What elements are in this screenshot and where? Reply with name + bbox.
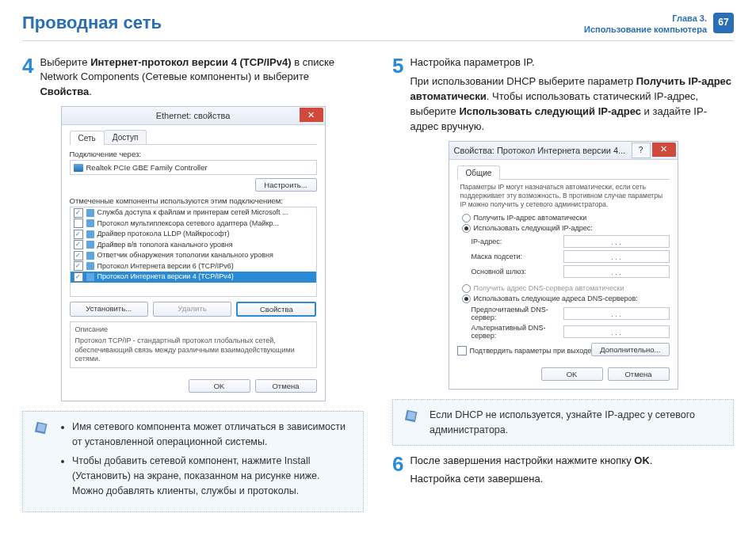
note-icon [34,420,52,437]
list-item[interactable]: Протокол мультиплексора сетевого адаптер… [71,219,316,230]
ipv4-dialog-title: Свойства: Протокол Интернета версии 4... [454,146,626,155]
tab-general[interactable]: Общие [457,165,501,180]
description-text: Протокол TCP/IP - стандартный протокол г… [75,336,311,364]
step-5-text-a: При использовании DHCP выберите параметр [410,75,636,87]
adapter-box: Realtek PCIe GBE Family Controller [70,160,317,175]
label-dns2: Альтернативный DNS-сервер: [472,324,559,340]
step-5-number: 5 [392,55,403,135]
ipv4-ok-button[interactable]: OK [541,367,603,381]
note-bullet-2: Чтобы добавить сетевой компонент, нажмит… [72,454,352,498]
list-item[interactable]: Протокол Интернета версии 4 (TCP/IPv4) [71,272,316,283]
checkbox-icon[interactable] [74,208,83,218]
radio-use-dns[interactable] [462,295,471,303]
input-mask[interactable]: . . . [563,250,670,263]
tab-network[interactable]: Сеть [70,131,105,145]
tab-access[interactable]: Доступ [104,130,147,144]
dialog-title: Ethernet: свойства [156,111,231,120]
step-6-body: После завершения настройки нажмите кнопк… [410,454,652,487]
component-icon [86,262,94,270]
checkbox-confirm[interactable] [457,346,467,355]
remove-button[interactable]: Удалить [153,302,231,317]
radio-auto-ip[interactable] [462,214,471,222]
page-header: Проводная сеть Глава 3. Использование ко… [22,13,734,41]
ipv4-cancel-button[interactable]: Отмена [608,367,670,381]
ipv4-properties-dialog: Свойства: Протокол Интернета версии 4...… [449,141,678,390]
radio-auto-ip-label: Получить IP-адрес автоматически [474,214,587,222]
label-dns1: Предпочитаемый DNS-сервер: [472,306,559,321]
component-icon [86,230,94,238]
component-label: Драйвер протокола LLDP (Майкрософт) [97,229,230,240]
step-6-line2: Настройка сети завершена. [410,472,652,487]
components-list[interactable]: Служба доступа к файлам и принтерам сете… [70,207,317,297]
install-button[interactable]: Установить... [70,302,148,317]
step-4-body: Выберите Интернет-протокол версии 4 (TCP… [40,55,364,101]
step-6: 6 После завершения настройки нажмите кно… [392,454,734,487]
properties-button[interactable]: Свойства [236,302,316,317]
checkbox-icon[interactable] [74,240,83,249]
description-title: Описание [75,325,311,335]
ipv4-close-icon[interactable]: ✕ [652,143,676,157]
step-6-text-b: . [650,454,653,466]
step-5-line1: Настройка параметров IP. [410,55,734,70]
step-4-text-a: Выберите [40,56,90,68]
component-icon [86,273,94,281]
close-icon[interactable]: ✕ [300,108,323,122]
step-4-bold2: Свойства [40,86,89,97]
checkbox-icon[interactable] [74,261,83,271]
checkbox-icon[interactable] [74,219,83,228]
list-item[interactable]: Ответчик обнаружения топологии канальног… [71,250,316,261]
tabstrip: Сеть Доступ [70,130,317,145]
radio-auto-dns-label: Получить адрес DNS-сервера автоматически [474,284,624,292]
input-dns2[interactable]: . . . [563,325,670,338]
input-dns1[interactable]: . . . [563,307,670,320]
step-6-bold: OK [634,454,650,466]
ethernet-properties-dialog: Ethernet: свойства ✕ Сеть Доступ Подключ… [61,106,326,401]
cancel-button[interactable]: Отмена [255,379,317,393]
note-bullet-1: Имя сетевого компонента может отличаться… [72,420,352,450]
configure-button[interactable]: Настроить... [255,178,317,192]
dialog-titlebar[interactable]: Ethernet: свойства ✕ [62,107,325,125]
component-label: Служба доступа к файлам и принтерам сете… [97,207,288,219]
step-6-number: 6 [392,454,403,487]
radio-auto-dns[interactable] [462,284,471,293]
chapter-line1: Глава 3. [584,13,707,24]
checkbox-confirm-label: Подтвердить параметры при выходе [470,347,592,355]
step-5-bold2: Использовать следующий IP-адрес [459,105,641,117]
step-4-bold1: Интернет-протокол версии 4 (TCP/IPv4) [90,56,291,68]
step-6-text-a: После завершения настройки нажмите кнопк… [410,454,634,466]
list-item[interactable]: Драйвер протокола LLDP (Майкрософт) [71,229,316,240]
list-item[interactable]: Драйвер в/в тополога канального уровня [71,240,316,251]
component-icon [86,209,94,217]
connect-using-label: Подключение через: [70,150,317,158]
chapter-label: Глава 3. Использование компьютера 67 [584,13,734,36]
component-label: Протокол Интернета версии 4 (TCP/IPv4) [97,272,234,283]
checkbox-icon[interactable] [74,251,83,260]
step-5-body: Настройка параметров IP. При использован… [410,55,734,135]
input-ipaddr[interactable]: . . . [563,235,670,248]
help-icon[interactable]: ? [632,143,651,158]
component-label: Протокол мультиплексора сетевого адаптер… [97,219,279,230]
note-right: Если DHCP не используется, узнайте IP-ад… [392,399,734,447]
ok-button[interactable]: OK [189,379,250,393]
component-label: Драйвер в/в тополога канального уровня [97,240,233,251]
checkbox-icon[interactable] [74,272,83,282]
radio-use-dns-label: Использовать следующие адреса DNS-сервер… [474,295,638,302]
adapter-icon [74,164,83,172]
checkbox-icon[interactable] [74,230,83,239]
list-item[interactable]: Служба доступа к файлам и принтерам сете… [71,207,316,219]
page-number-badge: 67 [713,13,734,33]
note-right-text: Если DHCP не используется, узнайте IP-ад… [430,408,722,438]
input-gateway[interactable]: . . . [563,265,670,278]
component-icon [86,241,94,249]
label-ipaddr: IP-адрес: [472,238,559,245]
radio-use-ip[interactable] [462,224,471,233]
note-left: Имя сетевого компонента может отличаться… [22,411,364,512]
list-item[interactable]: Протокол Интернета версии 6 (TCP/IPv6) [71,261,316,272]
radio-use-ip-label: Использовать следующий IP-адрес: [474,224,593,232]
step-4-text-c: . [89,86,92,97]
advanced-button[interactable]: Дополнительно... [591,343,669,356]
step-4: 4 Выберите Интернет-протокол версии 4 (T… [22,55,364,101]
ipv4-titlebar[interactable]: Свойства: Протокол Интернета версии 4...… [449,142,678,160]
component-label: Протокол Интернета версии 6 (TCP/IPv6) [97,261,234,272]
chapter-line2: Использование компьютера [584,24,707,35]
